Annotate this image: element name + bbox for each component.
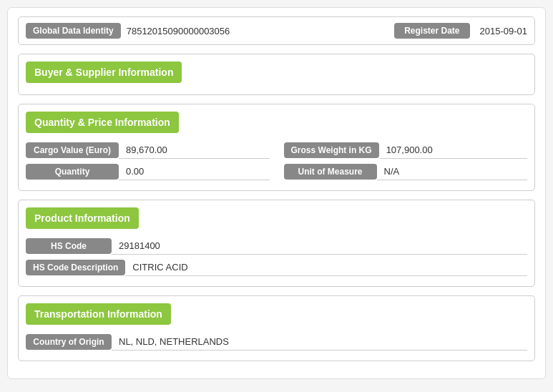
quantity-price-section: Quantity & Price Information Cargo Value… bbox=[18, 104, 535, 191]
quantity-pair: Quantity 0.00 bbox=[26, 163, 270, 180]
quantity-uom-row: Quantity 0.00 Unit of Measure N/A bbox=[26, 163, 527, 180]
transportation-body: Country of Origin NL, NLD, NETHERLANDS bbox=[19, 333, 534, 361]
buyer-supplier-header: Buyer & Supplier Information bbox=[26, 62, 182, 83]
unit-of-measure-pair: Unit of Measure N/A bbox=[284, 163, 528, 180]
unit-of-measure-value: N/A bbox=[377, 163, 528, 180]
page-wrapper: Global Data Identity 7851201509000000305… bbox=[7, 7, 546, 379]
gross-weight-label: Gross Weight in KG bbox=[284, 142, 379, 158]
register-date-value: 2015-09-01 bbox=[480, 26, 528, 36]
hs-code-desc-value: CITRIC ACID bbox=[125, 259, 527, 276]
buyer-supplier-body bbox=[19, 89, 534, 94]
hs-code-desc-label: HS Code Description bbox=[26, 260, 125, 275]
global-data-value: 78512015090000003056 bbox=[127, 26, 388, 36]
product-body: HS Code 29181400 HS Code Description CIT… bbox=[19, 237, 534, 286]
product-section: Product Information HS Code 29181400 HS … bbox=[18, 200, 535, 287]
quantity-value: 0.00 bbox=[119, 163, 270, 180]
cargo-value: 89,670.00 bbox=[119, 142, 270, 159]
hs-code-label: HS Code bbox=[26, 238, 112, 254]
cargo-gross-row: Cargo Value (Euro) 89,670.00 Gross Weigh… bbox=[26, 142, 527, 159]
identity-row: Global Data Identity 7851201509000000305… bbox=[18, 16, 535, 45]
gross-weight-value: 107,900.00 bbox=[379, 142, 527, 159]
gross-weight-pair: Gross Weight in KG 107,900.00 bbox=[284, 142, 528, 159]
cargo-value-pair: Cargo Value (Euro) 89,670.00 bbox=[26, 142, 270, 159]
hs-code-value: 29181400 bbox=[112, 237, 527, 255]
country-of-origin-label: Country of Origin bbox=[26, 334, 112, 350]
transportation-section: Transportation Information Country of Or… bbox=[18, 295, 535, 361]
quantity-price-header: Quantity & Price Information bbox=[26, 112, 179, 133]
cargo-value-label: Cargo Value (Euro) bbox=[26, 142, 119, 158]
quantity-label: Quantity bbox=[26, 164, 119, 180]
hs-code-row: HS Code 29181400 bbox=[26, 237, 527, 255]
transportation-header: Transportation Information bbox=[26, 303, 171, 325]
product-header: Product Information bbox=[26, 207, 139, 229]
quantity-price-body: Cargo Value (Euro) 89,670.00 Gross Weigh… bbox=[19, 142, 534, 190]
register-date-label: Register Date bbox=[394, 23, 469, 39]
unit-of-measure-label: Unit of Measure bbox=[284, 164, 377, 180]
country-of-origin-row: Country of Origin NL, NLD, NETHERLANDS bbox=[26, 333, 527, 351]
buyer-supplier-section: Buyer & Supplier Information bbox=[18, 54, 535, 95]
global-data-label: Global Data Identity bbox=[26, 23, 121, 39]
country-of-origin-value: NL, NLD, NETHERLANDS bbox=[112, 333, 527, 351]
hs-code-desc-row: HS Code Description CITRIC ACID bbox=[26, 259, 527, 276]
